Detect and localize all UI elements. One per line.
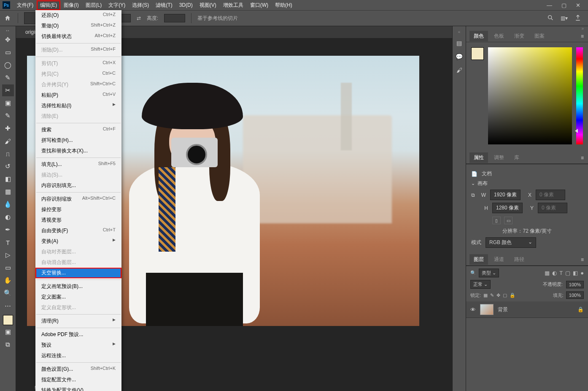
menu-item[interactable]: 天空替换... [35,268,121,278]
panel-menu-icon[interactable]: ≡ [581,33,588,39]
menu-3d[interactable]: 3D(D) [176,1,196,9]
menu-item[interactable]: 拼写检查(H)... [35,135,121,146]
tab-patterns[interactable]: 图案 [530,31,549,41]
heal-tool[interactable]: ✚ [2,122,14,134]
tab-libraries[interactable]: 库 [510,152,523,163]
height-field[interactable] [164,14,185,22]
color-field[interactable] [488,47,572,144]
gradient-tool[interactable]: ▦ [2,186,14,198]
filter-shape-icon[interactable]: ▢ [565,270,570,276]
menu-item[interactable]: 远程连接... [35,350,121,361]
shape-tool[interactable]: ▭ [2,262,14,274]
tab-gradients[interactable]: 渐变 [510,31,529,41]
history-brush-tool[interactable]: ↺ [2,160,14,172]
edit-toolbar[interactable]: ⋯ [2,300,14,312]
tab-channels[interactable]: 通道 [490,254,508,265]
lock-position-icon[interactable]: ✎ [490,293,494,298]
menu-item[interactable]: 查找和替换文本(X)... [35,146,121,156]
menu-item[interactable]: 填充(L)...Shift+F5 [35,159,121,170]
lock-move-icon[interactable]: ✥ [496,293,500,298]
brush-tool[interactable]: 🖌 [2,135,14,147]
comments-icon[interactable]: 💬 [455,52,464,61]
kind-filter[interactable]: 类型 ⌄ [479,269,499,277]
menu-item[interactable]: 变换(A) [35,236,121,247]
lasso-tool[interactable]: ◯ [2,59,14,71]
filter-icon[interactable]: 🔍 [470,270,476,276]
quick-select-tool[interactable]: ✎ [2,72,14,84]
slice-label[interactable]: 基于参考线的切片 [197,15,238,22]
fill-value[interactable]: 100% [566,291,584,299]
color-swatch[interactable] [471,47,484,60]
histogram-icon[interactable]: ▤ [455,39,464,47]
menu-item[interactable]: Adobe PDF 预设... [35,329,121,340]
menu-item[interactable]: 指定配置文件... [35,375,121,385]
stamp-tool[interactable]: ⎍ [2,148,14,160]
workspace-icon[interactable]: ▥▾ [561,15,568,21]
maximize-icon[interactable]: ▢ [561,2,566,8]
tab-paths[interactable]: 路径 [510,254,529,265]
orientation-portrait[interactable]: ▯ [492,217,501,224]
lock-pixels-icon[interactable]: ▦ [483,293,488,298]
filter-adjust-icon[interactable]: ◐ [552,270,557,276]
visibility-icon[interactable]: 👁 [470,307,476,313]
menu-item[interactable]: 粘贴(P)Ctrl+V [35,90,121,100]
link-icon[interactable]: ⧉ [471,192,475,198]
swap-icon[interactable]: ⇄ [137,15,141,21]
move-tool[interactable]: ✥ [2,34,14,46]
menu-item[interactable]: 透视变形 [35,215,121,225]
blend-mode[interactable]: 正常 ⌄ [470,280,491,289]
tab-layers[interactable]: 图层 [469,254,488,265]
menu-item[interactable]: 切换最终状态Alt+Ctrl+Z [35,31,121,42]
layer-row[interactable]: 👁 背景 🔒 [466,301,588,318]
frame-tool[interactable]: ▣ [2,97,14,109]
menu-view[interactable]: 视图(V) [196,0,220,10]
menu-item[interactable]: 自由变换(F)Ctrl+T [35,225,121,236]
menu-item[interactable]: 内容识别缩放Alt+Shift+Ctrl+C [35,194,121,204]
menu-edit[interactable]: 编辑(E) [37,0,60,10]
menu-help[interactable]: 帮助(H) [272,0,296,10]
eraser-tool[interactable]: ◧ [2,173,14,185]
lock-artboard-icon[interactable]: ▢ [503,293,507,298]
crop-tool[interactable]: ✂ [2,84,14,96]
layer-name[interactable]: 背景 [498,306,508,313]
menu-item[interactable]: 重做(O)Shift+Ctrl+Z [35,21,121,31]
filter-type-icon[interactable]: T [559,270,563,276]
menu-window[interactable]: 窗口(W) [247,0,272,10]
minimize-icon[interactable]: — [547,2,552,8]
menu-item[interactable]: 操控变形 [35,204,121,215]
type-tool[interactable]: T [2,236,14,248]
filter-smart-icon[interactable]: ◧ [573,270,578,276]
menu-item[interactable]: 预设 [35,340,121,350]
search-icon[interactable] [547,14,554,22]
menu-plugins[interactable]: 增效工具 [220,0,247,10]
layer-thumbnail[interactable] [480,304,494,315]
path-select-tool[interactable]: ▷ [2,249,14,261]
menu-select[interactable]: 选择(S) [129,0,152,10]
tab-color[interactable]: 颜色 [469,31,488,41]
close-icon[interactable]: ✕ [576,2,580,8]
dodge-tool[interactable]: ◐ [2,211,14,223]
menu-file[interactable]: 文件(F) [13,0,37,10]
panel-menu-icon[interactable]: ≡ [581,155,588,161]
mode-select[interactable]: RGB 颜色⌄ [486,237,536,248]
quickmask-tool[interactable]: ▣ [2,326,14,338]
opacity-value[interactable]: 100% [566,281,584,288]
menu-image[interactable]: 图像(I) [60,0,82,10]
height-value[interactable]: 1280 像素 [492,203,523,213]
menu-item[interactable]: 定义画笔预设(B)... [35,281,121,292]
orientation-landscape[interactable]: ▭ [504,217,512,224]
canvas-section[interactable]: 画布 [471,180,583,187]
menu-item[interactable]: 内容识别填充... [35,180,121,191]
screen-mode[interactable]: ⧉ [2,339,14,350]
menu-filter[interactable]: 滤镜(T) [152,0,175,10]
collapse-arrow[interactable]: » [466,26,588,30]
expand-arrow[interactable]: « [458,30,461,34]
tab-swatches[interactable]: 色板 [490,31,508,41]
foreground-color[interactable] [3,315,13,325]
share-icon[interactable] [575,14,581,22]
zoom-tool[interactable]: 🔍 [2,287,14,299]
pen-tool[interactable]: ✒ [2,224,14,236]
panel-handle[interactable]: •• [6,29,9,33]
hand-tool[interactable]: ✋ [2,274,14,286]
brushes-icon[interactable]: 🖌 [455,66,464,74]
